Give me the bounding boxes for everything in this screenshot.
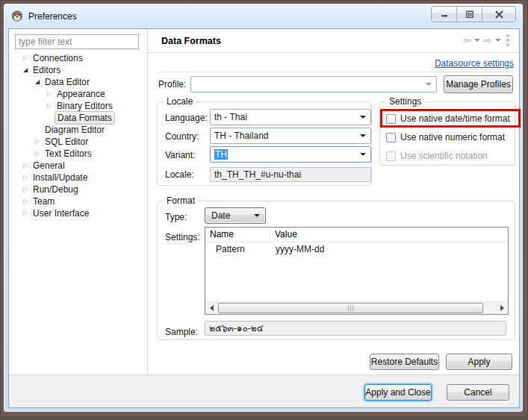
scientific-notation-checkbox-row: Use scientific notation — [386, 149, 488, 163]
locale-label: Locale: — [165, 169, 194, 180]
preferences-tree: ▷Connections ◢Editors ◢Data Editor ▷Appe… — [9, 52, 146, 219]
scroll-left-icon[interactable] — [205, 302, 217, 314]
format-group: Format Type: Date Settings: Name Value P… — [157, 201, 515, 340]
tree-item-text-editors[interactable]: ▷Text Editors — [9, 148, 146, 160]
window-controls — [431, 6, 516, 22]
locale-group-title: Locale — [164, 96, 196, 107]
chevron-down-icon — [254, 214, 260, 217]
tree-item-editors[interactable]: ◢Editors — [9, 64, 146, 76]
language-combo[interactable]: th - Thai — [210, 109, 371, 125]
chevron-down-icon — [360, 116, 366, 119]
tree-item-data-formats[interactable]: Data Formats — [9, 112, 146, 124]
forward-icon[interactable]: ⇨ — [483, 34, 492, 46]
variant-combo[interactable]: TH — [210, 146, 371, 163]
twisty-collapsed-icon[interactable]: ▷ — [23, 172, 33, 184]
tree-item-binary-editors[interactable]: ▷Binary Editors — [9, 100, 146, 112]
language-label: Language: — [165, 113, 208, 123]
twisty-collapsed-icon[interactable]: ▷ — [35, 136, 45, 148]
maximize-icon[interactable] — [457, 7, 482, 22]
profile-label: Profile: — [158, 79, 186, 90]
window-frame: Preferences ▷Connections ◢Editors — [4, 4, 523, 412]
dialog-button-bar: Apply and Close Cancel — [9, 374, 519, 407]
profile-combo[interactable] — [190, 76, 437, 93]
preferences-window: { "window": { "title": "Preferences" }, … — [0, 0, 528, 420]
format-settings-label: Settings: — [165, 232, 200, 242]
selected-text: TH — [214, 149, 228, 160]
table-header: Name Value — [205, 228, 508, 242]
tree-item-run-debug[interactable]: ▷Run/Debug — [9, 184, 146, 195]
country-label: Country: — [165, 131, 199, 142]
type-label: Type: — [165, 212, 187, 222]
twisty-collapsed-icon[interactable]: ▷ — [23, 195, 33, 207]
chevron-down-icon — [360, 153, 366, 156]
selected-tree-item: Data Formats — [55, 111, 115, 125]
tree-item-install-update[interactable]: ▷Install/Update — [9, 172, 146, 184]
locale-value-field: th_TH_TH_#u-nu-thai — [210, 167, 371, 182]
checkbox-disabled-icon — [386, 151, 396, 161]
datasource-settings-link[interactable]: Datasource settings — [435, 58, 514, 69]
forward-history-dropdown-icon[interactable] — [495, 39, 501, 42]
manage-profiles-button[interactable]: Manage Profiles — [444, 75, 513, 93]
page-title: Data Formats — [161, 36, 221, 46]
cancel-button[interactable]: Cancel — [447, 384, 509, 401]
tree-item-diagram-editor[interactable]: Diagram Editor — [9, 124, 146, 136]
minimize-icon[interactable] — [432, 7, 457, 22]
chevron-down-icon — [360, 134, 366, 137]
locale-group: Locale Language: th - Thai Country: TH -… — [157, 101, 372, 186]
titlebar: Preferences — [4, 4, 523, 28]
close-icon[interactable] — [482, 7, 515, 22]
tree-item-general[interactable]: ▷General — [9, 160, 146, 172]
tree-item-sql-editor[interactable]: ▷SQL Editor — [9, 136, 146, 148]
annotation-highlight — [380, 109, 521, 128]
country-combo[interactable]: TH - Thailand — [210, 128, 371, 144]
column-header-value[interactable]: Value — [270, 228, 508, 242]
apply-button[interactable]: Apply — [446, 354, 512, 370]
link-separator — [157, 72, 515, 72]
table-row[interactable]: Pattern yyyy-MM-dd — [205, 242, 508, 256]
window-title: Preferences — [28, 11, 77, 22]
tree-item-connections[interactable]: ▷Connections — [9, 52, 146, 64]
scroll-right-icon[interactable] — [496, 302, 508, 314]
format-group-title: Format — [164, 195, 198, 206]
twisty-collapsed-icon[interactable]: ▷ — [47, 100, 57, 112]
settings-group-title: Settings — [386, 96, 424, 107]
panel-divider — [147, 29, 148, 374]
table-body: Pattern yyyy-MM-dd — [205, 242, 508, 301]
apply-and-close-button[interactable]: Apply and Close — [364, 384, 432, 401]
restore-defaults-button[interactable]: Restore Defaults — [370, 354, 439, 370]
tree-item-team[interactable]: ▷Team — [9, 195, 146, 207]
view-menu-icon[interactable] — [506, 34, 509, 46]
header-toolbar: ⇦ ⇨ — [463, 34, 509, 46]
twisty-collapsed-icon[interactable]: ▷ — [23, 52, 33, 64]
sample-value-field: ๒๕๖๓-๑๐-๒๔ — [205, 321, 506, 336]
twisty-collapsed-icon[interactable]: ▷ — [23, 207, 33, 219]
filter-input[interactable] — [15, 34, 139, 49]
horizontal-scrollbar[interactable] — [205, 301, 508, 314]
dialog-body: ▷Connections ◢Editors ◢Data Editor ▷Appe… — [8, 28, 520, 408]
sample-label: Sample: — [165, 327, 198, 337]
back-history-dropdown-icon[interactable] — [474, 39, 480, 42]
back-icon[interactable]: ⇦ — [463, 34, 472, 46]
tree-item-data-editor[interactable]: ◢Data Editor — [9, 76, 146, 88]
column-header-name[interactable]: Name — [205, 228, 270, 242]
twisty-collapsed-icon[interactable]: ▷ — [23, 160, 33, 172]
tree-item-user-interface[interactable]: ▷User Interface — [9, 207, 146, 219]
twisty-collapsed-icon[interactable]: ▷ — [47, 88, 57, 100]
checkbox-unchecked-icon[interactable] — [386, 133, 396, 142]
app-icon — [11, 10, 23, 22]
twisty-expanded-icon[interactable]: ◢ — [35, 76, 45, 88]
header-separator — [148, 52, 519, 53]
variant-label: Variant: — [165, 150, 195, 160]
twisty-expanded-icon[interactable]: ◢ — [23, 64, 33, 76]
twisty-collapsed-icon[interactable]: ▷ — [23, 184, 33, 195]
tree-item-appearance[interactable]: ▷Appearance — [9, 88, 146, 100]
native-numeric-checkbox-row[interactable]: Use native numeric format — [386, 131, 505, 144]
pattern-table: Name Value Pattern yyyy-MM-dd — [205, 227, 509, 315]
window-shadow — [0, 416, 528, 420]
scrollbar-thumb[interactable] — [218, 303, 483, 313]
chevron-down-icon — [426, 83, 432, 86]
twisty-collapsed-icon[interactable]: ▷ — [35, 148, 45, 160]
type-combo[interactable]: Date — [205, 207, 266, 224]
